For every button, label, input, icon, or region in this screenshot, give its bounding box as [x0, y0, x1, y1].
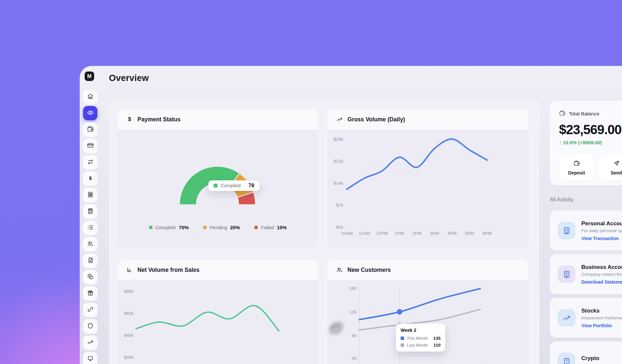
legend-dot — [254, 226, 258, 229]
new-customers-card: New Customers 4590135180 Week 2 This Mon… — [327, 260, 528, 364]
legend-dot — [149, 226, 153, 229]
legend-label: Failed — [261, 225, 274, 230]
trending-up-icon — [336, 116, 343, 123]
payment-status-card: $ Payment Status Complete 70 Complete70%… — [117, 109, 318, 247]
activity-text: Personal Account For daily personal spen… — [581, 220, 622, 241]
tooltip-row: This Month135 — [401, 336, 441, 341]
link-icon — [87, 306, 94, 314]
view-portfolio-link[interactable]: View Portfolio — [581, 323, 622, 328]
tooltip-value: 70 — [248, 183, 254, 189]
card-title: Net Volume from Sales — [137, 267, 199, 273]
activity-item-personal-account[interactable]: Personal Account For daily personal spen… — [550, 211, 622, 251]
tooltip-title: Week 2 — [401, 328, 441, 333]
sidebar-item-customers[interactable] — [83, 237, 97, 252]
card-header: Net Volume from Sales — [117, 260, 318, 280]
send-button[interactable]: Send — [599, 154, 622, 181]
activity-item-stocks[interactable]: Stocks Investment Performance View Portf… — [550, 298, 622, 338]
sidebar-item-analytics[interactable] — [83, 335, 97, 350]
tooltip-row: Last Month110 — [401, 343, 441, 348]
dashboard-content: $ Payment Status Complete 70 Complete70%… — [109, 99, 539, 364]
line-chart-area — [117, 280, 318, 364]
legend-value: 20% — [230, 225, 240, 230]
gift-icon — [87, 290, 94, 298]
deposit-label: Deposit — [568, 170, 585, 175]
series-label: Last Month — [407, 343, 428, 348]
activity-subtitle: For daily personal spending — [581, 228, 622, 233]
sidebar-item-home[interactable] — [83, 90, 97, 104]
balance-label: Total Balance — [569, 111, 599, 117]
transfer-arrows-icon — [87, 158, 94, 167]
activity-subtitle: Wallet & Exchange — [581, 363, 619, 364]
activity-text: Stocks Investment Performance View Portf… — [581, 308, 622, 328]
sidebar-item-cards[interactable] — [83, 139, 97, 153]
card-header: New Customers — [327, 260, 528, 280]
sidebar-item-wallet[interactable] — [83, 122, 97, 137]
users-icon — [87, 240, 94, 249]
gauge-tooltip: Complete 70 — [208, 180, 259, 191]
sidebar-item-payments[interactable]: $ — [83, 172, 97, 186]
dollar-icon: $ — [87, 175, 94, 183]
activity-title: Stocks — [581, 308, 622, 314]
legend-value: 10% — [277, 225, 287, 230]
receipt-icon: $ — [87, 191, 94, 199]
legend-value: 70% — [179, 225, 189, 230]
sidebar-item-devices[interactable] — [83, 352, 97, 364]
credit-card-icon — [87, 142, 94, 150]
trending-up-icon — [558, 309, 575, 327]
activity-item-crypto[interactable]: Crypto Wallet & Exchange — [550, 341, 622, 364]
legend-label: Complete — [156, 225, 176, 230]
activity-text: Business Account Company-related finance… — [581, 264, 622, 285]
sidebar-item-coins[interactable]: 1 — [83, 270, 97, 284]
card-header: $ Payment Status — [117, 109, 318, 130]
sidebar-item-invoices[interactable]: $ — [83, 188, 97, 202]
page-title: Overview — [109, 73, 149, 83]
series-swatch — [401, 343, 404, 347]
sidebar-item-documents[interactable] — [83, 253, 97, 268]
svg-text:$: $ — [89, 193, 91, 196]
card-title: New Customers — [347, 267, 391, 273]
deposit-button[interactable]: Deposit — [559, 154, 594, 181]
gross-volume-card: Gross Volume (Daily) $0k$7k$14k$21k$28k1… — [327, 109, 528, 247]
balance-label-row: Total Balance — [559, 110, 622, 118]
activity-item-business-account[interactable]: Business Account Company-related finance… — [550, 254, 622, 294]
app-window: M Overview $ $ 1 $ — [80, 66, 622, 364]
sidebar-item-calculator[interactable] — [83, 204, 97, 219]
document-icon — [87, 257, 94, 265]
building-icon — [558, 265, 575, 283]
building-icon — [558, 353, 575, 364]
sidebar-item-transactions[interactable] — [83, 221, 97, 235]
balance-change: ↑ 10.5% (+$908.00) — [559, 140, 622, 145]
sidebar-item-overview[interactable] — [83, 106, 97, 120]
building-icon — [558, 222, 575, 239]
view-transaction-link[interactable]: View Transaction — [581, 236, 622, 241]
shield-icon — [87, 322, 94, 331]
activity-title: Business Account — [581, 264, 622, 271]
legend-item: Complete70% — [149, 225, 189, 230]
device-icon — [87, 355, 94, 363]
wallet-icon — [559, 110, 566, 118]
trending-up-icon — [87, 339, 94, 347]
card-title: Payment Status — [137, 116, 180, 123]
sidebar-item-rewards[interactable] — [83, 286, 97, 301]
activity-subtitle: Investment Performance — [581, 315, 622, 320]
sidebar-item-links[interactable] — [83, 303, 97, 317]
chart-tooltip: Week 2 This Month135 Last Month110 — [396, 324, 445, 352]
sidebar-item-security[interactable] — [83, 319, 97, 334]
calculator-icon — [87, 208, 94, 216]
coins-icon: 1 — [87, 273, 94, 281]
app-logo[interactable]: M — [85, 71, 94, 81]
legend-item: Pending20% — [203, 225, 240, 230]
svg-text:$: $ — [89, 175, 92, 181]
series-swatch — [401, 336, 404, 340]
sidebar-item-transfers[interactable] — [83, 155, 97, 170]
net-volume-card: Net Volume from Sales $20k$40k$60k$80k — [117, 260, 318, 364]
download-statement-link[interactable]: Download Statement — [581, 279, 622, 285]
list-icon — [87, 224, 94, 232]
eye-overview-icon — [87, 109, 94, 117]
dollar-icon: $ — [126, 116, 133, 123]
balance-amount: $23,569.00 — [559, 122, 622, 137]
legend-dot — [203, 226, 207, 229]
users-icon — [336, 266, 343, 273]
activity-subtitle: Company-related finances — [581, 272, 622, 277]
card-header: Gross Volume (Daily) — [327, 109, 528, 130]
